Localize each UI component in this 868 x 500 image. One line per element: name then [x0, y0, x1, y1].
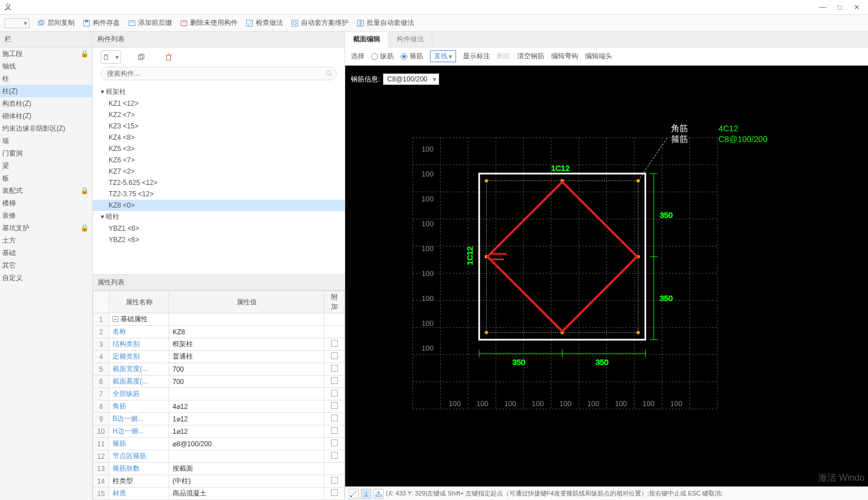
nav-item[interactable]: 其它: [0, 259, 92, 271]
new-component-button[interactable]: ▾: [101, 50, 121, 64]
toolbar-check[interactable]: 检查做法: [246, 18, 283, 28]
tree-item[interactable]: KZ5 <3>: [93, 143, 345, 154]
nav-item[interactable]: 装修: [0, 209, 92, 222]
radio-longitudinal[interactable]: 纵筋: [371, 51, 394, 61]
toolbar-copy-between-floors[interactable]: 层间复制: [37, 18, 75, 28]
checkbox[interactable]: [331, 439, 338, 446]
tree-item[interactable]: KZ7 <2>: [93, 166, 345, 177]
nav-item[interactable]: 楼梯: [0, 197, 92, 209]
tree-item[interactable]: KZ2 <7>: [93, 109, 345, 120]
toolbar-auto-scheme[interactable]: 自动套方案维护: [291, 18, 349, 28]
tree-item[interactable]: TZ2-3.75 <12>: [93, 188, 345, 200]
nav-item[interactable]: 柱(Z): [0, 85, 92, 97]
delete-component-button[interactable]: [162, 50, 175, 64]
tree-item[interactable]: TZ2-5.625 <12>: [93, 177, 345, 188]
tab-section-edit[interactable]: 截面编辑: [345, 32, 389, 48]
checkbox[interactable]: [331, 340, 338, 347]
tree-item[interactable]: KZ1 <12>: [93, 98, 345, 109]
table-row[interactable]: 2名称KZ8: [93, 326, 345, 338]
rebar-info-value[interactable]: C8@100/200: [383, 74, 439, 85]
component-list-header: 构件列表: [93, 32, 345, 48]
checkbox[interactable]: [331, 377, 338, 384]
table-row[interactable]: 10H边一侧...1⌀12: [93, 425, 345, 438]
tree-group[interactable]: ▾ 框架柱: [93, 86, 345, 98]
radio-stirrup[interactable]: 箍筋: [401, 51, 423, 61]
checkbox[interactable]: [331, 390, 338, 396]
checkbox[interactable]: [331, 402, 338, 409]
status-bar: (X: 433 Y: 329)左键或 Shift+ 左键指定起点（可通过快捷键F…: [345, 486, 868, 500]
tree-group[interactable]: ▾ 暗柱: [93, 211, 345, 223]
checkbox[interactable]: [331, 452, 338, 459]
table-row[interactable]: 13箍筋肢数按截面: [93, 463, 345, 475]
nav-item[interactable]: 构造柱(Z): [0, 97, 92, 110]
maximize-button[interactable]: □: [833, 2, 846, 12]
table-row[interactable]: 1-基础属性: [93, 313, 345, 326]
tree-item[interactable]: KZ4 <8>: [93, 132, 345, 143]
svg-text:箍筋: 箍筋: [671, 135, 688, 144]
checkbox[interactable]: [331, 477, 338, 484]
nav-item[interactable]: 装配式🔒: [0, 184, 92, 197]
checkbox[interactable]: [331, 427, 338, 434]
nav-item[interactable]: 砌体柱(Z): [0, 110, 92, 122]
toolbar-add-prefix-suffix[interactable]: 添加前后缀: [128, 18, 172, 28]
nav-item[interactable]: 轴线: [0, 60, 92, 72]
table-row[interactable]: 3结构类别框架柱: [93, 338, 345, 351]
minimize-button[interactable]: —: [816, 2, 830, 12]
nav-item[interactable]: 自定义: [0, 271, 92, 284]
table-row[interactable]: 4定额类别普通柱: [93, 351, 345, 363]
tree-item[interactable]: KZ3 <15>: [93, 120, 345, 132]
toolbar-dropdown[interactable]: ▾: [5, 18, 29, 28]
edit-hook-button[interactable]: 编辑弯钩: [551, 51, 578, 61]
table-row[interactable]: 8角筋4⌀12: [93, 400, 345, 413]
tabs: 截面编辑 构件做法: [345, 32, 868, 48]
checkbox[interactable]: [331, 489, 338, 496]
table-row[interactable]: 14柱类型(中柱): [93, 475, 345, 488]
table-row[interactable]: 6截面高度(...700: [93, 376, 345, 388]
snap-add-icon[interactable]: [373, 489, 384, 499]
nav-item[interactable]: 板: [0, 172, 92, 184]
toolbar-batch-auto[interactable]: 批量自动套做法: [356, 18, 414, 28]
nav-item[interactable]: 墙: [0, 135, 92, 147]
table-row[interactable]: 9B边一侧...1⌀12: [93, 413, 345, 425]
editor-panel: 截面编辑 构件做法 选择 纵筋 箍筋 直线▾ 显示标注 删除 清空钢筋 编辑弯钩…: [345, 32, 868, 500]
search-input[interactable]: [101, 67, 337, 80]
table-row[interactable]: 15材质商品混凝土: [93, 488, 345, 500]
svg-line-20: [330, 74, 332, 76]
show-annotation-button[interactable]: 显示标注: [463, 51, 490, 61]
lock-icon: 🔒: [80, 224, 89, 232]
tree-item[interactable]: KZ8 <0>: [93, 200, 345, 211]
nav-item[interactable]: 约束边缘非阴影区(Z): [0, 122, 92, 135]
checkbox[interactable]: [331, 415, 338, 421]
tree-item[interactable]: KZ6 <7>: [93, 154, 345, 166]
edit-end-button[interactable]: 编辑端头: [585, 51, 612, 61]
straight-line-button[interactable]: 直线▾: [430, 50, 456, 62]
table-row[interactable]: 12节点区箍筋: [93, 450, 345, 463]
toolbar-save-component[interactable]: 构件存盘: [83, 18, 120, 28]
close-button[interactable]: ✕: [850, 2, 863, 12]
snap-perp-icon[interactable]: [361, 489, 371, 499]
titlebar: 义 — □ ✕: [0, 0, 868, 15]
table-row[interactable]: 11箍筋⌀8@100/200: [93, 438, 345, 450]
tree-item[interactable]: YBZ1 <6>: [93, 223, 345, 234]
toolbar-delete-unused[interactable]: 删除未使用构件: [180, 18, 238, 28]
table-row[interactable]: 5截面宽度(...700: [93, 363, 345, 376]
canvas[interactable]: 钢筋信息: C8@100/200 10010010010010010010010…: [345, 66, 868, 486]
svg-point-66: [485, 331, 488, 334]
snap-endpoint-icon[interactable]: [349, 489, 359, 499]
copy-component-button[interactable]: [135, 50, 148, 64]
tree-item[interactable]: YBZ2 <6>: [93, 234, 345, 245]
checkbox[interactable]: [331, 365, 338, 372]
nav-item[interactable]: 柱: [0, 72, 92, 85]
tab-component-method[interactable]: 构件做法: [389, 32, 432, 47]
nav-item[interactable]: 门窗洞: [0, 147, 92, 160]
nav-item[interactable]: 基础: [0, 247, 92, 259]
nav-item[interactable]: 土方: [0, 234, 92, 247]
svg-text:100: 100: [422, 244, 433, 253]
checkbox[interactable]: [331, 352, 338, 359]
nav-item[interactable]: 基坑支护🔒: [0, 222, 92, 234]
delete-button[interactable]: 删除: [497, 51, 510, 61]
nav-item[interactable]: 梁: [0, 160, 92, 172]
table-row[interactable]: 7全部纵筋: [93, 388, 345, 400]
nav-item[interactable]: 施工段🔒: [0, 48, 92, 60]
clear-rebar-button[interactable]: 清空钢筋: [517, 51, 544, 61]
